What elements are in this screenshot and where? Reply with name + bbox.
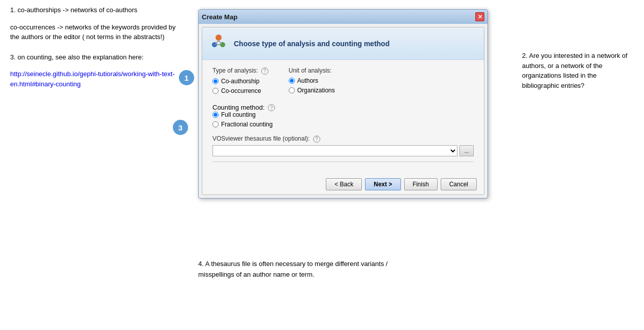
counting-method-section: Counting method: ? Full counting Fractio…: [212, 104, 474, 128]
cancel-button[interactable]: Cancel: [441, 178, 477, 190]
annotation-3: 3. on counting, see also the explanation…: [10, 52, 178, 62]
title-bar: Create Map ✕: [199, 10, 487, 24]
back-button[interactable]: < Back: [326, 178, 362, 190]
dialog-header-title: Choose type of analysis and counting met…: [234, 40, 389, 48]
thesaurus-row: ...: [212, 145, 474, 156]
separator: [212, 161, 474, 162]
annotation-3-link: http://seinecle.github.io/gephi-tutioral…: [10, 69, 178, 89]
organizations-radio[interactable]: [289, 87, 295, 93]
annotation-1b: co-occurrences -> networks of the keywor…: [10, 22, 178, 42]
full-counting-radio[interactable]: [212, 112, 219, 118]
badge-3: 3: [173, 120, 188, 135]
bottom-annotation: 4. A thesaurus file is often necessary t…: [198, 259, 402, 280]
badge-1: 1: [179, 70, 194, 85]
dialog-window: Create Map ✕: [198, 9, 488, 199]
full-counting-radio-label[interactable]: Full counting: [212, 111, 474, 118]
unit-of-analysis-label: Unit of analysis:: [289, 67, 335, 74]
dialog-header-icon: [209, 32, 228, 54]
two-col-section: Type of analysis: ? Co-authorship Co-occ…: [212, 67, 474, 94]
fractional-counting-radio[interactable]: [212, 121, 219, 127]
unit-radio-group: Authors Organizations: [289, 77, 335, 94]
left-annotations: 1. co-authorships -> networks of co-auth…: [10, 5, 178, 96]
counting-radio-group: Full counting Fractional counting: [212, 111, 474, 128]
fractional-counting-radio-label[interactable]: Fractional counting: [212, 121, 474, 128]
thesaurus-help-icon[interactable]: ?: [313, 136, 320, 143]
counting-method-label: Counting method: ?: [212, 104, 275, 111]
coauthorship-radio-label[interactable]: Co-authorship: [212, 78, 268, 85]
dialog-header: Choose type of analysis and counting met…: [202, 27, 484, 60]
dialog-overlay: Create Map ✕: [198, 9, 488, 199]
vosviewer-icon: [209, 32, 228, 51]
thesaurus-select[interactable]: [212, 145, 457, 156]
browse-button[interactable]: ...: [459, 145, 474, 156]
cooccurrence-radio[interactable]: [212, 88, 219, 94]
next-button[interactable]: Next >: [365, 178, 401, 190]
type-radio-group: Co-authorship Co-occurrence: [212, 78, 268, 94]
authors-radio[interactable]: [289, 78, 295, 84]
type-of-analysis-group: Type of analysis: ? Co-authorship Co-occ…: [212, 67, 268, 94]
unit-of-analysis-group: Unit of analysis: Authors Organizations: [289, 67, 335, 94]
type-of-analysis-label: Type of analysis: ?: [212, 67, 268, 75]
cooccurrence-radio-label[interactable]: Co-occurrence: [212, 87, 268, 94]
dialog-footer: < Back Next > Finish Cancel: [202, 174, 484, 194]
right-annotation: 2. Are you interested in a network of au…: [522, 51, 634, 90]
annotation-1: 1. co-authorships -> networks of co-auth…: [10, 5, 178, 15]
type-help-icon[interactable]: ?: [261, 68, 268, 75]
close-button[interactable]: ✕: [475, 12, 484, 21]
dialog-title: Create Map: [202, 13, 237, 21]
coauthorship-radio[interactable]: [212, 78, 219, 84]
finish-button[interactable]: Finish: [404, 178, 438, 190]
thesaurus-label: VOSviewer thesaurus file (optional): ?: [212, 135, 474, 143]
counting-help-icon[interactable]: ?: [268, 104, 275, 111]
thesaurus-section: VOSviewer thesaurus file (optional): ? .…: [212, 135, 474, 156]
dialog-content: Choose type of analysis and counting met…: [202, 27, 484, 195]
dialog-body: Type of analysis: ? Co-authorship Co-occ…: [202, 60, 484, 174]
authors-radio-label[interactable]: Authors: [289, 77, 335, 84]
svg-point-0: [216, 35, 222, 41]
organizations-radio-label[interactable]: Organizations: [289, 87, 335, 94]
